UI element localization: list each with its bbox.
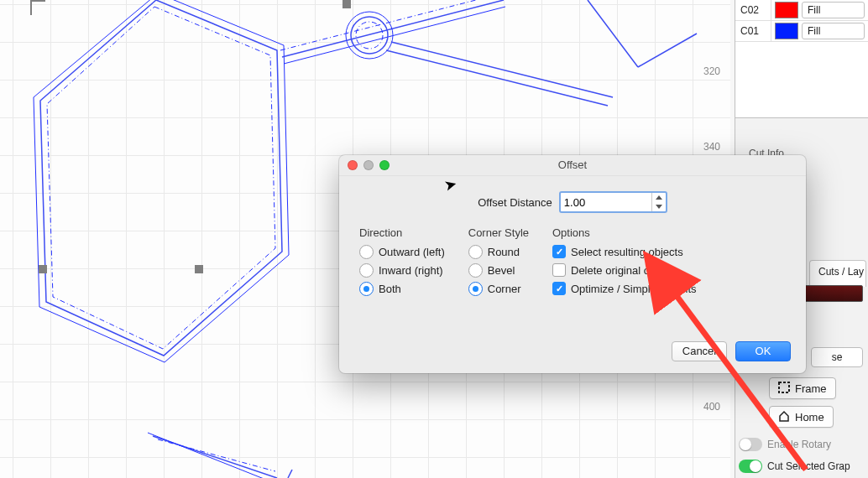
window-maximize-button[interactable] — [379, 160, 390, 170]
corner-round-label: Round — [488, 246, 520, 258]
frame-icon — [778, 382, 790, 396]
corner-corner-row[interactable]: Corner — [468, 281, 529, 296]
corner-bevel-label: Bevel — [488, 264, 515, 277]
home-button[interactable]: Home — [769, 406, 834, 428]
pause-se-button-partial[interactable]: se — [811, 347, 863, 367]
tab-cuts-layers[interactable]: Cuts / Lay — [809, 260, 866, 287]
direction-outward-label: Outward (left) — [379, 246, 445, 258]
layer-name: C02 — [735, 0, 771, 20]
checkbox-icon — [552, 282, 566, 295]
direction-both-row[interactable]: Both — [359, 281, 445, 296]
checkbox-icon — [552, 263, 566, 277]
window-minimize-button[interactable] — [363, 160, 374, 170]
direction-inward-row[interactable]: Inward (right) — [359, 262, 445, 278]
layer-row[interactable]: C01 Fill — [735, 21, 868, 42]
corner-style-group: Corner Style Round Bevel Corner — [468, 226, 529, 296]
offset-dialog: Offset Offset Distance Direction Outward… — [339, 155, 806, 373]
cuts-layers-tabs: Cuts / Lay — [809, 260, 868, 287]
offset-distance-input[interactable] — [561, 194, 651, 210]
direction-both-label: Both — [379, 283, 401, 295]
radio-icon — [359, 282, 374, 296]
window-close-button[interactable] — [348, 160, 358, 170]
home-label: Home — [795, 411, 824, 423]
cancel-button[interactable]: Cancel — [672, 341, 727, 361]
direction-group: Direction Outward (left) Inward (right) … — [359, 226, 445, 296]
direction-group-label: Direction — [359, 226, 445, 239]
svg-rect-13 — [779, 382, 789, 392]
radio-icon — [468, 263, 483, 278]
cut-selected-label: Cut Selected Grap — [767, 460, 850, 472]
selection-mid-top[interactable] — [342, 0, 351, 8]
radio-icon — [359, 245, 374, 259]
enable-rotary-row: Enable Rotary — [739, 438, 865, 451]
offset-distance-field-wrapper — [559, 191, 667, 213]
layer-mode-dropdown[interactable]: Fill — [802, 2, 865, 18]
checkbox-icon — [552, 245, 566, 258]
options-group-label: Options — [552, 226, 697, 239]
option-delete-original-label: Delete original objects — [571, 264, 678, 277]
option-optimize-row[interactable]: Optimize / Simplify results — [552, 281, 697, 296]
corner-bevel-row[interactable]: Bevel — [468, 262, 529, 278]
offset-distance-label: Offset Distance — [478, 196, 552, 209]
radio-icon — [468, 245, 483, 259]
selection-center[interactable] — [195, 265, 203, 273]
radio-icon — [468, 282, 483, 296]
home-icon — [778, 410, 790, 424]
corner-round-row[interactable]: Round — [468, 244, 529, 259]
frame-button[interactable]: Frame — [769, 377, 836, 399]
layer-color-swatch[interactable] — [775, 23, 798, 39]
layer-color-swatch[interactable] — [775, 2, 798, 18]
option-delete-original-row[interactable]: Delete original objects — [552, 262, 697, 278]
corner-corner-label: Corner — [488, 283, 521, 295]
ok-button[interactable]: OK — [735, 341, 791, 361]
radio-icon — [359, 263, 374, 278]
direction-inward-label: Inward (right) — [379, 264, 443, 277]
layer-mode-dropdown[interactable]: Fill — [802, 23, 865, 39]
corner-style-group-label: Corner Style — [468, 226, 529, 239]
selection-mid-left[interactable] — [39, 265, 47, 273]
direction-outward-row[interactable]: Outward (left) — [359, 244, 445, 259]
layer-row[interactable]: C02 Fill — [735, 0, 868, 21]
cut-selected-row: Cut Selected Grap — [739, 460, 865, 473]
offset-distance-stepper[interactable] — [651, 193, 666, 211]
selection-corner-tl[interactable] — [30, 0, 45, 15]
option-select-resulting-row[interactable]: Select resulting objects — [552, 244, 697, 259]
option-select-resulting-label: Select resulting objects — [571, 246, 683, 258]
options-group: Options Select resulting objects Delete … — [552, 226, 697, 296]
option-optimize-label: Optimize / Simplify results — [571, 283, 697, 295]
layer-name: C01 — [735, 21, 771, 41]
enable-rotary-label: Enable Rotary — [767, 439, 831, 450]
stepper-down-icon[interactable] — [652, 202, 666, 211]
enable-rotary-toggle[interactable] — [739, 438, 762, 451]
stepper-up-icon[interactable] — [652, 193, 666, 202]
dialog-title: Offset — [558, 158, 587, 171]
cut-selected-toggle[interactable] — [739, 460, 762, 473]
frame-label: Frame — [795, 382, 827, 395]
dialog-titlebar[interactable]: Offset — [339, 155, 806, 176]
